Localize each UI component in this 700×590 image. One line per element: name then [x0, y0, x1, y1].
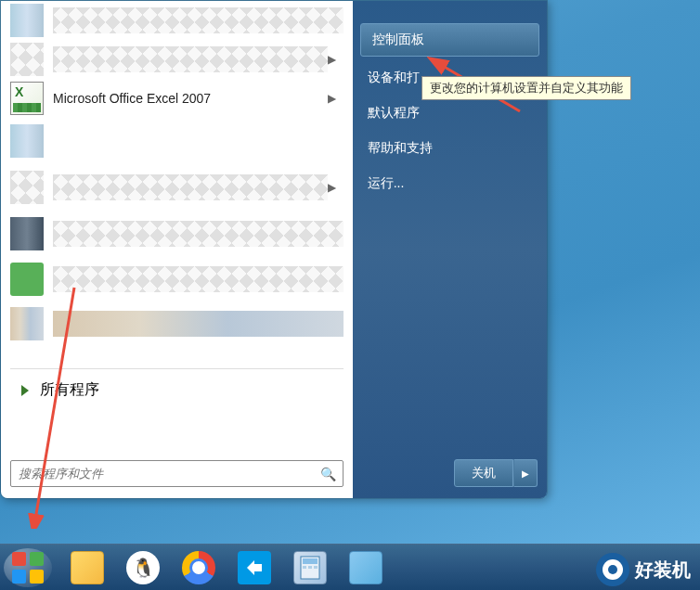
program-icon-blurred: [10, 4, 44, 37]
svg-rect-6: [303, 566, 306, 569]
search-icon: 🔍: [320, 467, 336, 481]
shutdown-button[interactable]: 关机: [454, 459, 513, 487]
taskbar-bird-app[interactable]: [228, 548, 280, 587]
taskbar-qq[interactable]: 🐧: [117, 548, 169, 587]
program-icon-blurred: [10, 217, 44, 250]
annotation-arrow-start-button: [0, 283, 79, 529]
submenu-arrow-icon: ▶: [328, 92, 336, 105]
program-label-blurred: [53, 311, 344, 337]
watermark-icon: [596, 553, 629, 586]
windows-logo-icon: [12, 552, 44, 584]
program-label-blurred: [53, 174, 328, 200]
submenu-arrow-icon: ▶: [328, 181, 336, 194]
program-icon-blurred: [10, 124, 44, 158]
taskbar-calculator[interactable]: [284, 548, 336, 587]
watermark: 好装机: [596, 553, 691, 586]
excel-icon: [10, 82, 44, 115]
file-explorer-icon: [71, 551, 104, 584]
program-icon-blurred: [10, 171, 44, 204]
taskbar-chrome[interactable]: [173, 548, 225, 587]
taskbar: 🐧: [0, 544, 700, 590]
calculator-icon: [293, 551, 327, 584]
program-label-blurred: [53, 46, 328, 72]
program-label-blurred: [53, 221, 344, 247]
shutdown-options-button[interactable]: ▶: [513, 459, 538, 487]
svg-rect-8: [314, 566, 318, 569]
program-item-pixelated[interactable]: ▶: [1, 164, 353, 211]
control-panel-tooltip: 更改您的计算机设置并自定义其功能: [421, 76, 631, 100]
program-item-pixelated[interactable]: [1, 1, 353, 40]
program-item-pixelated[interactable]: [1, 211, 353, 257]
program-label-excel: Microsoft Office Excel 2007: [53, 91, 328, 106]
start-button[interactable]: [4, 548, 52, 587]
svg-rect-7: [308, 566, 312, 569]
program-icon-blurred: [10, 43, 44, 76]
folder-icon: [349, 551, 382, 584]
program-item-pixelated[interactable]: [1, 118, 353, 164]
svg-line-3: [35, 288, 74, 519]
qq-icon: 🐧: [126, 551, 160, 584]
chrome-icon: [182, 551, 215, 584]
shutdown-area: 关机 ▶: [454, 459, 538, 487]
control-panel-button[interactable]: 控制面板: [360, 23, 539, 57]
program-label-blurred: [53, 7, 344, 33]
watermark-text: 好装机: [635, 558, 691, 583]
submenu-arrow-icon: ▶: [328, 53, 336, 66]
taskbar-folder[interactable]: [340, 548, 392, 587]
svg-rect-5: [303, 558, 318, 564]
help-support-button[interactable]: 帮助和支持: [353, 131, 547, 166]
program-item-excel[interactable]: Microsoft Office Excel 2007 ▶: [1, 79, 353, 118]
run-button[interactable]: 运行...: [353, 166, 547, 201]
taskbar-file-explorer[interactable]: [61, 548, 113, 587]
bird-icon: [238, 551, 271, 584]
program-item-pixelated[interactable]: ▶: [1, 40, 353, 79]
program-label-blurred: [53, 266, 344, 292]
